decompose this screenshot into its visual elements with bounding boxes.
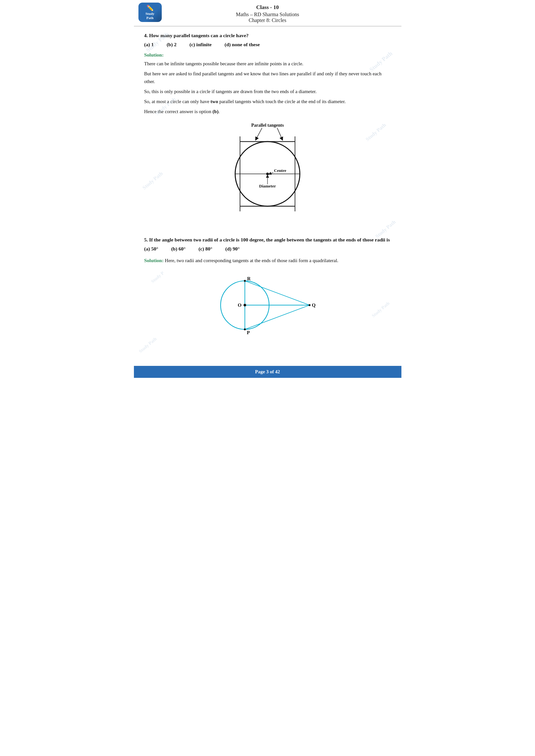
svg-point-23 xyxy=(244,280,246,282)
q4-sol-line1: There can be infinite tangents possible … xyxy=(144,60,391,68)
q4-sol-line4: So, at most a circle can only have two p… xyxy=(144,97,391,106)
svg-point-25 xyxy=(244,328,246,330)
q5-number: 5. xyxy=(144,237,148,242)
svg-line-1 xyxy=(256,128,262,139)
q4-option-b: (b) 2 xyxy=(167,42,177,47)
q5-option-c: (c) 80° xyxy=(199,246,212,252)
q5-solution-text: Here, two radii and corresponding tangen… xyxy=(165,258,338,263)
content: 4. How many parallel tangents can a circ… xyxy=(134,26,401,362)
q4-number: 4. xyxy=(144,33,148,38)
svg-line-18 xyxy=(245,281,310,305)
svg-text:Centre: Centre xyxy=(274,168,286,173)
svg-text:Diameter: Diameter xyxy=(259,184,276,188)
q4-diagram: Parallel tangents xyxy=(144,120,391,230)
svg-text:O: O xyxy=(238,303,241,308)
q4-option-c: (c) infinite xyxy=(189,42,211,47)
quadrilateral-svg: O R P Q xyxy=(212,268,323,342)
question-5: 5. If the angle between two radii of a c… xyxy=(144,236,391,243)
q5-solution-label: Solution: xyxy=(144,257,164,263)
header-class: Class - 10 xyxy=(140,3,395,12)
header: ✏️ StudyPath Class - 10 Maths – RD Sharm… xyxy=(134,0,401,26)
svg-line-2 xyxy=(277,128,282,139)
q5-option-b: (b) 60° xyxy=(171,246,186,252)
q4-options: (a) 1 (b) 2 (c) infinite (d) none of the… xyxy=(144,42,391,47)
page-number: Page 3 of 42 xyxy=(255,369,280,374)
svg-line-19 xyxy=(245,305,310,329)
q4-option-d: (d) none of these xyxy=(224,42,260,47)
svg-text:P: P xyxy=(247,330,250,335)
svg-point-27 xyxy=(309,304,311,306)
q4-text: How many parallel tangents can a circle … xyxy=(149,33,249,38)
q4-solution-label: Solution: xyxy=(144,52,391,58)
q4-hence: Hence the correct answer is option (b). xyxy=(144,109,391,114)
logo-pen-icon: ✏️ xyxy=(146,5,155,12)
q5-solution: Solution: Here, two radii and correspond… xyxy=(144,256,391,265)
q5-text: If the angle between two radii of a circ… xyxy=(149,237,390,242)
svg-text:R: R xyxy=(247,276,251,281)
parallel-tangents-svg: Parallel tangents xyxy=(214,120,321,230)
footer: Page 3 of 42 xyxy=(134,366,401,378)
logo-text: StudyPath xyxy=(146,12,155,20)
q4-sol-line3: So, this is only possible in a circle if… xyxy=(144,88,391,96)
header-subject: Maths – RD Sharma Solutions xyxy=(140,12,395,17)
svg-point-21 xyxy=(243,304,246,307)
q5-diagram: O R P Q xyxy=(144,268,391,342)
q4-sol-line2: But here we are asked to find parallel t… xyxy=(144,70,391,86)
q5-options: (a) 50° (b) 60° (c) 80° (d) 90° xyxy=(144,246,391,252)
q5-option-d: (d) 90° xyxy=(225,246,240,252)
header-chapter: Chapter 8: Circles xyxy=(140,17,395,23)
svg-text:Q: Q xyxy=(312,303,316,308)
q4-option-a: (a) 1 xyxy=(144,42,154,47)
page: Study Path Study Path Study Path Study P… xyxy=(134,0,401,378)
svg-text:Parallel tangents: Parallel tangents xyxy=(251,123,284,128)
q5-option-a: (a) 50° xyxy=(144,246,158,252)
logo: ✏️ StudyPath xyxy=(138,3,162,22)
question-4: 4. How many parallel tangents can a circ… xyxy=(144,32,391,39)
